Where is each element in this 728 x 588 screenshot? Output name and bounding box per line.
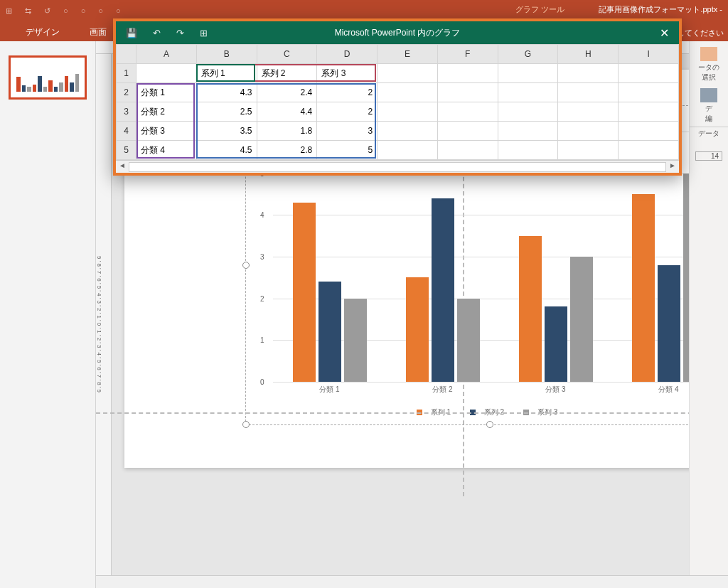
excel-icon[interactable]: ⊞ xyxy=(200,28,208,38)
save-icon[interactable]: 💾 xyxy=(126,28,137,38)
undo-icon[interactable]: ↶ xyxy=(153,28,161,38)
cell[interactable]: 系列 2 xyxy=(257,64,317,83)
cell[interactable]: 3.5 xyxy=(196,122,257,141)
select-data-icon[interactable] xyxy=(700,47,717,61)
redo-icon[interactable]: ↷ xyxy=(176,28,184,38)
row-header[interactable]: 1 xyxy=(117,64,136,83)
cell[interactable] xyxy=(619,141,679,160)
scroll-right-icon[interactable]: ► xyxy=(666,161,679,173)
cell[interactable] xyxy=(619,64,679,83)
cell[interactable] xyxy=(558,64,619,83)
cell[interactable]: 2.8 xyxy=(257,141,317,160)
cell[interactable]: 2 xyxy=(317,83,378,102)
bar[interactable] xyxy=(658,265,680,382)
bar[interactable] xyxy=(318,282,341,382)
y-axis-tick: 0 xyxy=(260,378,264,386)
column-header[interactable]: C xyxy=(257,45,317,64)
cell[interactable]: 系列 3 xyxy=(317,64,378,83)
cell[interactable] xyxy=(498,64,558,83)
horizontal-scrollbar[interactable] xyxy=(96,575,728,588)
cell[interactable] xyxy=(437,141,498,160)
column-header[interactable]: I xyxy=(619,45,679,64)
column-header[interactable]: H xyxy=(558,45,619,64)
cell[interactable]: 分類 1 xyxy=(136,83,197,102)
ribbon-tab-view[interactable]: 画面 xyxy=(85,23,111,41)
qat-icon[interactable]: ⇆ xyxy=(25,6,31,16)
cell[interactable] xyxy=(378,83,438,102)
cell[interactable]: 2.4 xyxy=(257,83,317,102)
column-header[interactable]: D xyxy=(317,45,378,64)
cell[interactable] xyxy=(498,122,558,141)
column-header[interactable]: F xyxy=(437,45,498,64)
cell[interactable]: 分類 4 xyxy=(136,141,197,160)
row-header[interactable]: 3 xyxy=(117,102,136,122)
column-header[interactable]: A xyxy=(136,45,197,64)
cell[interactable] xyxy=(498,141,558,160)
cell[interactable]: 3 xyxy=(317,122,378,141)
cell[interactable] xyxy=(558,83,619,102)
column-header[interactable]: G xyxy=(498,45,558,64)
bar[interactable] xyxy=(406,277,429,382)
row-header[interactable]: 5 xyxy=(117,141,136,160)
resize-handle[interactable] xyxy=(486,421,493,428)
cell[interactable]: 1.8 xyxy=(257,122,317,141)
cell[interactable]: 分類 2 xyxy=(136,102,197,122)
qat-icon[interactable]: ↺ xyxy=(44,6,50,16)
size-box[interactable]: 14 xyxy=(695,151,722,161)
bar[interactable] xyxy=(519,236,542,382)
column-header[interactable]: B xyxy=(196,45,257,64)
cell[interactable] xyxy=(437,64,498,83)
horizontal-scrollbar[interactable]: ◄ ► xyxy=(116,160,679,173)
chart-data-editor-titlebar[interactable]: 💾 ↶ ↷ ⊞ Microsoft PowerPoint 内のグラフ ✕ xyxy=(116,21,679,44)
scroll-left-icon[interactable]: ◄ xyxy=(116,161,129,173)
cell[interactable] xyxy=(378,102,438,122)
cell[interactable] xyxy=(437,122,498,141)
bar[interactable] xyxy=(632,194,655,382)
cell[interactable]: 4.4 xyxy=(257,102,317,122)
data-grid[interactable]: ABCDEFGHI1系列 1系列 2系列 32分類 14.32.423分類 22… xyxy=(116,44,679,160)
cell[interactable] xyxy=(378,122,438,141)
resize-handle[interactable] xyxy=(242,262,250,269)
qat-icon[interactable]: ○ xyxy=(81,6,86,15)
cell[interactable] xyxy=(498,102,558,122)
cell[interactable]: 4.5 xyxy=(196,141,257,160)
cell[interactable]: 5 xyxy=(317,141,378,160)
cell[interactable] xyxy=(619,102,679,122)
row-header[interactable]: 4 xyxy=(117,122,136,141)
bar[interactable] xyxy=(570,257,593,382)
column-header[interactable]: E xyxy=(378,45,438,64)
bar[interactable] xyxy=(344,299,367,382)
y-axis-tick: 2 xyxy=(260,294,264,302)
cell[interactable]: 4.3 xyxy=(196,83,257,102)
close-button[interactable]: ✕ xyxy=(650,26,679,40)
row-header[interactable]: 2 xyxy=(117,83,136,102)
qat-icon[interactable]: ○ xyxy=(63,6,68,15)
cell[interactable]: 2 xyxy=(317,102,378,122)
cell[interactable] xyxy=(558,122,619,141)
qat-icon[interactable]: ⊞ xyxy=(6,6,12,16)
cell[interactable] xyxy=(378,64,438,83)
cell[interactable] xyxy=(437,83,498,102)
bar[interactable] xyxy=(293,203,316,382)
cell[interactable] xyxy=(437,102,498,122)
bar[interactable] xyxy=(432,198,454,382)
bar[interactable] xyxy=(457,299,480,382)
bar[interactable] xyxy=(545,306,567,382)
cell[interactable] xyxy=(619,122,679,141)
cell[interactable]: 分類 3 xyxy=(136,122,197,141)
resize-handle[interactable] xyxy=(242,421,250,428)
qat-icon[interactable]: ○ xyxy=(98,6,103,15)
qat-icon[interactable]: ○ xyxy=(116,6,121,15)
cell[interactable]: 2.5 xyxy=(196,102,257,122)
cell[interactable] xyxy=(558,102,619,122)
cell[interactable] xyxy=(619,83,679,102)
cell[interactable] xyxy=(498,83,558,102)
edit-data-icon[interactable] xyxy=(700,88,717,102)
cell[interactable] xyxy=(136,64,197,83)
cell[interactable] xyxy=(378,141,438,160)
label: ータの xyxy=(690,63,728,73)
slide-thumbnail[interactable] xyxy=(9,55,87,100)
cell[interactable]: 系列 1 xyxy=(196,64,257,83)
ribbon-tab-design[interactable]: デザイン xyxy=(21,23,64,41)
cell[interactable] xyxy=(558,141,619,160)
